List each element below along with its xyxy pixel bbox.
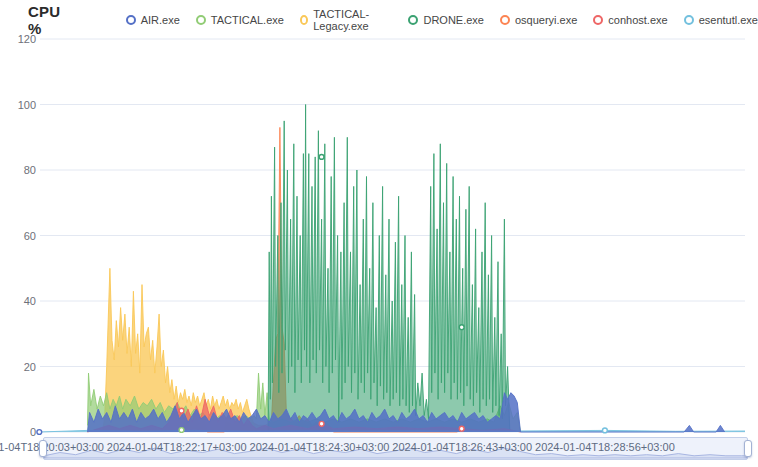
cpu-monitor-panel: CPU % AIR.exeTACTICAL.exeTACTICAL-Legacy… bbox=[0, 0, 758, 467]
legend-label: osqueryi.exe bbox=[515, 14, 577, 26]
datazoom-handle-right[interactable] bbox=[744, 440, 752, 457]
chart-title: CPU % bbox=[28, 3, 76, 37]
legend-label: AIR.exe bbox=[141, 14, 180, 26]
legend-item-osqueryi-exe[interactable]: osqueryi.exe bbox=[500, 14, 577, 26]
y-axis-label-20: 20 bbox=[0, 361, 36, 373]
legend-label: DRONE.exe bbox=[423, 14, 484, 26]
legend-ring-icon bbox=[593, 15, 603, 25]
datazoom-handle-left[interactable] bbox=[39, 440, 47, 457]
y-axis-label-100: 100 bbox=[0, 99, 36, 111]
y-axis-label-80: 80 bbox=[0, 164, 36, 176]
legend-item-tactical-legacy-exe[interactable]: TACTICAL-Legacy.exe bbox=[300, 8, 393, 32]
legend-item-drone-exe[interactable]: DRONE.exe bbox=[408, 14, 484, 26]
legend-ring-icon bbox=[300, 15, 308, 25]
point-marker-DRONE.exe[interactable] bbox=[459, 325, 464, 330]
legend-item-tactical-exe[interactable]: TACTICAL.exe bbox=[196, 14, 284, 26]
cpu-usage-area-chart[interactable] bbox=[0, 0, 758, 467]
point-marker-conhost.exe[interactable] bbox=[319, 421, 324, 426]
y-axis-label-60: 60 bbox=[0, 230, 36, 242]
legend-item-conhost-exe[interactable]: conhost.exe bbox=[593, 14, 667, 26]
point-marker-conhost.exe[interactable] bbox=[459, 426, 464, 431]
point-marker-conhost.exe[interactable] bbox=[179, 408, 184, 413]
point-marker-esentutl.exe[interactable] bbox=[603, 428, 608, 433]
legend-label: TACTICAL-Legacy.exe bbox=[313, 8, 392, 32]
legend-label: conhost.exe bbox=[608, 14, 667, 26]
legend-ring-icon bbox=[408, 15, 418, 25]
point-marker-AIR.exe[interactable] bbox=[37, 430, 42, 435]
datazoom-slider[interactable] bbox=[43, 437, 748, 460]
legend-ring-icon bbox=[126, 15, 136, 25]
datazoom-minimap-area bbox=[44, 448, 747, 458]
legend-ring-icon bbox=[196, 15, 206, 25]
chart-header: CPU % AIR.exeTACTICAL.exeTACTICAL-Legacy… bbox=[28, 3, 758, 37]
datazoom-minimap[interactable] bbox=[44, 438, 747, 459]
legend-ring-icon bbox=[500, 15, 510, 25]
point-marker-TACTICAL.exe[interactable] bbox=[179, 428, 184, 433]
point-marker-DRONE.exe[interactable] bbox=[319, 155, 324, 160]
legend-label: esentutl.exe bbox=[699, 14, 758, 26]
legend-item-air-exe[interactable]: AIR.exe bbox=[126, 14, 180, 26]
legend-ring-icon bbox=[684, 15, 694, 25]
y-axis-label-0: 0 bbox=[0, 426, 36, 438]
y-axis: 020406080100120 bbox=[0, 0, 36, 467]
legend-label: TACTICAL.exe bbox=[211, 14, 284, 26]
legend-item-esentutl-exe[interactable]: esentutl.exe bbox=[684, 14, 758, 26]
legend: AIR.exeTACTICAL.exeTACTICAL-Legacy.exeDR… bbox=[126, 8, 758, 32]
y-axis-label-40: 40 bbox=[0, 295, 36, 307]
